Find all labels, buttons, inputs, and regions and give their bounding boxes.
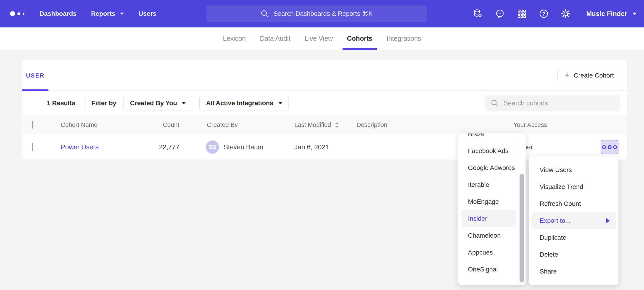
cohort-type-tabs: USER + Create Cohort	[22, 60, 627, 91]
export-destination-item[interactable]: Braze	[458, 133, 518, 142]
export-destination-item[interactable]: OneSignal	[458, 261, 518, 278]
chevron-down-icon	[632, 13, 637, 15]
nav-dashboards[interactable]: Dashboards	[40, 10, 76, 17]
primary-nav: Dashboards Reports Users	[40, 10, 171, 17]
section-tab[interactable]: Live View	[298, 28, 340, 50]
filter-row: 1 Results Filter by Created By You All A…	[22, 91, 627, 116]
row-checkbox[interactable]	[32, 143, 33, 151]
cohorts-page: Dashboards Reports Users Search Dashboar…	[0, 0, 644, 290]
context-menu-item[interactable]: Visualize Trend	[529, 178, 618, 195]
nav-users[interactable]: Users	[138, 10, 156, 17]
table-row: Power Users 22,777 SB Steven Baum Jan 6,…	[22, 134, 627, 160]
data-management-icon[interactable]	[473, 9, 483, 19]
export-destination-item[interactable]: Iterable	[458, 176, 518, 193]
section-tab[interactable]: Lexicon	[216, 28, 253, 50]
search-icon	[260, 10, 269, 18]
context-menu-item[interactable]: Delete	[529, 246, 618, 263]
divider	[84, 96, 84, 110]
column-your-access: Your Access	[513, 121, 547, 128]
cohort-search-input[interactable]: Search cohorts	[485, 95, 620, 111]
export-destination-item[interactable]: Insider	[462, 210, 516, 227]
help-icon[interactable]: ?	[539, 9, 549, 19]
topbar-right: ? Music Finder	[473, 0, 640, 28]
export-destination-item[interactable]: MoEngage	[458, 193, 518, 210]
more-options-icon	[602, 145, 606, 149]
cohort-search-placeholder: Search cohorts	[504, 99, 548, 107]
cohort-count: 22,777	[132, 143, 179, 151]
last-modified-date: Jan 6, 2021	[294, 143, 329, 151]
active-tab-underline	[342, 48, 376, 50]
created-by-name: Steven Baum	[224, 143, 263, 151]
settings-gear-icon[interactable]	[561, 9, 571, 19]
mixpanel-logo-icon[interactable]	[10, 11, 24, 16]
export-submenu-list: Braze Facebook Ads Google Adwords Iterab…	[458, 133, 518, 278]
column-created-by: Created By	[207, 121, 238, 128]
chevron-down-icon	[120, 13, 124, 15]
project-switcher[interactable]: Music Finder	[586, 10, 637, 18]
select-all-checkbox[interactable]	[32, 121, 33, 129]
export-destination-item[interactable]: Chameleon	[458, 227, 518, 244]
created-by-filter-dropdown[interactable]: Created By You	[123, 96, 192, 110]
project-name: Music Finder	[586, 10, 627, 18]
chevron-down-icon	[278, 102, 282, 104]
global-search-placeholder: Search Dashboards & Reports ⌘K	[273, 10, 372, 17]
search-icon	[491, 99, 498, 107]
feedback-icon[interactable]	[495, 9, 505, 19]
section-tab[interactable]: Integrations	[380, 28, 428, 50]
results-count: 1 Results	[47, 99, 75, 107]
avatar: SB	[206, 140, 219, 154]
table-header: Cohort Name Count Created By Last Modifi…	[22, 116, 627, 134]
section-tab[interactable]: Cohorts	[340, 28, 379, 50]
plus-icon: +	[564, 71, 570, 79]
column-count: Count	[132, 121, 179, 128]
section-tab[interactable]: Data Audit	[253, 28, 298, 50]
context-menu-item[interactable]: Refresh Count	[529, 195, 618, 212]
context-menu-item[interactable]: Export to...	[532, 212, 616, 229]
section-tabbar: Lexicon Data Audit Live View Cohorts Int…	[0, 28, 644, 50]
context-menu-item[interactable]: View Users	[529, 162, 618, 178]
scrollbar-track	[518, 133, 526, 285]
cohorts-card: USER + Create Cohort 1 Results Filter by…	[22, 60, 627, 160]
sort-icon	[334, 122, 339, 128]
scrollbar-thumb[interactable]	[520, 174, 524, 282]
row-context-menu: View Users Visualize Trend Refresh Count…	[529, 157, 618, 285]
integrations-filter-dropdown[interactable]: All Active Integrations	[199, 96, 289, 110]
chevron-down-icon	[182, 102, 186, 104]
apps-grid-icon[interactable]	[517, 9, 527, 19]
topbar: Dashboards Reports Users Search Dashboar…	[0, 0, 644, 28]
nav-reports[interactable]: Reports	[91, 10, 124, 17]
filter-by-label: Filter by	[92, 99, 116, 107]
export-destination-item[interactable]: Google Adwords	[458, 160, 518, 176]
submenu-arrow-icon	[606, 218, 610, 223]
svg-text:?: ?	[542, 11, 545, 17]
column-last-modified[interactable]: Last Modified	[294, 121, 339, 128]
row-actions-button[interactable]	[600, 140, 618, 154]
export-destination-item[interactable]: Appcues	[458, 244, 518, 261]
cohort-name-link[interactable]: Power Users	[61, 143, 99, 151]
export-submenu: Braze Facebook Ads Google Adwords Iterab…	[458, 133, 526, 285]
create-cohort-button[interactable]: + Create Cohort	[558, 69, 621, 82]
context-menu-item[interactable]: Share	[529, 263, 618, 280]
column-description: Description	[356, 121, 387, 128]
tab-user-cohorts[interactable]: USER	[22, 60, 48, 91]
global-search-input[interactable]: Search Dashboards & Reports ⌘K	[206, 5, 427, 22]
context-menu-item[interactable]: Duplicate	[529, 229, 618, 246]
column-cohort-name: Cohort Name	[61, 121, 98, 128]
export-destination-item[interactable]: Facebook Ads	[458, 142, 518, 160]
